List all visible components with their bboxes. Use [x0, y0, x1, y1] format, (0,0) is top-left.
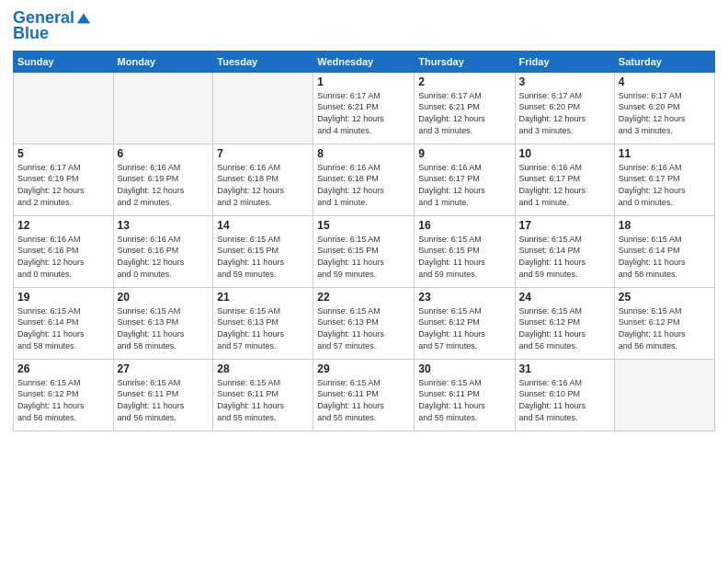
calendar-cell [113, 72, 213, 144]
calendar-cell: 8Sunrise: 6:16 AM Sunset: 6:18 PM Daylig… [313, 144, 415, 215]
calendar-cell: 12Sunrise: 6:16 AM Sunset: 6:16 PM Dayli… [14, 215, 114, 287]
page-container: General Blue SundayMondayTuesdayWednesda… [0, 0, 728, 441]
calendar-cell: 26Sunrise: 6:15 AM Sunset: 6:12 PM Dayli… [14, 359, 114, 431]
day-number: 17 [519, 219, 610, 232]
day-info: Sunrise: 6:15 AM Sunset: 6:13 PM Dayligh… [217, 305, 309, 351]
day-info: Sunrise: 6:16 AM Sunset: 6:17 PM Dayligh… [619, 162, 711, 208]
day-info: Sunrise: 6:16 AM Sunset: 6:19 PM Dayligh… [118, 162, 210, 208]
day-number: 3 [519, 75, 610, 88]
calendar-cell: 31Sunrise: 6:16 AM Sunset: 6:10 PM Dayli… [515, 359, 614, 431]
calendar-cell [213, 72, 313, 144]
calendar-cell: 17Sunrise: 6:15 AM Sunset: 6:14 PM Dayli… [515, 215, 614, 287]
weekday-header-thursday: Thursday [415, 51, 515, 72]
day-number: 8 [317, 147, 410, 160]
day-info: Sunrise: 6:16 AM Sunset: 6:10 PM Dayligh… [519, 377, 610, 423]
day-info: Sunrise: 6:15 AM Sunset: 6:15 PM Dayligh… [317, 234, 410, 280]
day-number: 10 [519, 147, 610, 160]
calendar-cell: 1Sunrise: 6:17 AM Sunset: 6:21 PM Daylig… [313, 72, 415, 144]
calendar-cell: 30Sunrise: 6:15 AM Sunset: 6:11 PM Dayli… [415, 359, 515, 431]
day-number: 5 [17, 147, 109, 160]
calendar-cell: 7Sunrise: 6:16 AM Sunset: 6:18 PM Daylig… [213, 144, 313, 215]
day-info: Sunrise: 6:16 AM Sunset: 6:18 PM Dayligh… [217, 162, 309, 208]
day-number: 23 [418, 291, 510, 304]
calendar-week-3: 12Sunrise: 6:16 AM Sunset: 6:16 PM Dayli… [14, 215, 715, 287]
logo: General Blue [13, 9, 92, 43]
day-number: 28 [217, 362, 309, 375]
day-info: Sunrise: 6:15 AM Sunset: 6:15 PM Dayligh… [217, 234, 309, 280]
day-info: Sunrise: 6:17 AM Sunset: 6:20 PM Dayligh… [519, 90, 610, 136]
day-number: 7 [217, 147, 309, 160]
calendar-cell: 27Sunrise: 6:15 AM Sunset: 6:11 PM Dayli… [113, 359, 213, 431]
calendar-cell: 15Sunrise: 6:15 AM Sunset: 6:15 PM Dayli… [313, 215, 415, 287]
day-info: Sunrise: 6:15 AM Sunset: 6:14 PM Dayligh… [619, 234, 711, 280]
day-info: Sunrise: 6:17 AM Sunset: 6:21 PM Dayligh… [317, 90, 410, 136]
day-info: Sunrise: 6:16 AM Sunset: 6:17 PM Dayligh… [418, 162, 510, 208]
day-number: 14 [217, 219, 309, 232]
calendar-cell: 14Sunrise: 6:15 AM Sunset: 6:15 PM Dayli… [213, 215, 313, 287]
calendar-cell: 16Sunrise: 6:15 AM Sunset: 6:15 PM Dayli… [415, 215, 515, 287]
calendar-week-1: 1Sunrise: 6:17 AM Sunset: 6:21 PM Daylig… [14, 72, 715, 144]
day-info: Sunrise: 6:16 AM Sunset: 6:17 PM Dayligh… [519, 162, 610, 208]
day-info: Sunrise: 6:15 AM Sunset: 6:12 PM Dayligh… [519, 305, 610, 351]
calendar-cell: 19Sunrise: 6:15 AM Sunset: 6:14 PM Dayli… [14, 287, 114, 359]
calendar-week-2: 5Sunrise: 6:17 AM Sunset: 6:19 PM Daylig… [14, 144, 715, 215]
calendar-cell: 28Sunrise: 6:15 AM Sunset: 6:11 PM Dayli… [213, 359, 313, 431]
weekday-header-friday: Friday [515, 51, 614, 72]
day-number: 9 [418, 147, 510, 160]
day-number: 25 [619, 291, 711, 304]
calendar-cell: 24Sunrise: 6:15 AM Sunset: 6:12 PM Dayli… [515, 287, 614, 359]
calendar-week-5: 26Sunrise: 6:15 AM Sunset: 6:12 PM Dayli… [14, 359, 715, 431]
calendar-cell: 3Sunrise: 6:17 AM Sunset: 6:20 PM Daylig… [515, 72, 614, 144]
day-number: 30 [418, 362, 510, 375]
calendar-cell: 29Sunrise: 6:15 AM Sunset: 6:11 PM Dayli… [313, 359, 415, 431]
day-number: 29 [317, 362, 410, 375]
calendar-cell: 6Sunrise: 6:16 AM Sunset: 6:19 PM Daylig… [113, 144, 213, 215]
calendar-cell: 18Sunrise: 6:15 AM Sunset: 6:14 PM Dayli… [614, 215, 714, 287]
day-number: 18 [619, 219, 711, 232]
calendar-cell: 13Sunrise: 6:16 AM Sunset: 6:16 PM Dayli… [113, 215, 213, 287]
day-info: Sunrise: 6:15 AM Sunset: 6:11 PM Dayligh… [217, 377, 309, 423]
day-info: Sunrise: 6:15 AM Sunset: 6:12 PM Dayligh… [418, 305, 510, 351]
day-info: Sunrise: 6:17 AM Sunset: 6:20 PM Dayligh… [619, 90, 711, 136]
calendar-cell: 5Sunrise: 6:17 AM Sunset: 6:19 PM Daylig… [14, 144, 114, 215]
day-info: Sunrise: 6:15 AM Sunset: 6:13 PM Dayligh… [118, 305, 210, 351]
day-info: Sunrise: 6:15 AM Sunset: 6:11 PM Dayligh… [418, 377, 510, 423]
day-number: 4 [619, 75, 711, 88]
day-number: 16 [418, 219, 510, 232]
calendar-cell: 25Sunrise: 6:15 AM Sunset: 6:12 PM Dayli… [614, 287, 714, 359]
calendar-cell: 11Sunrise: 6:16 AM Sunset: 6:17 PM Dayli… [614, 144, 714, 215]
day-number: 26 [17, 362, 109, 375]
calendar-cell [14, 72, 114, 144]
calendar-cell: 22Sunrise: 6:15 AM Sunset: 6:13 PM Dayli… [313, 287, 415, 359]
day-info: Sunrise: 6:15 AM Sunset: 6:12 PM Dayligh… [619, 305, 711, 351]
day-number: 2 [418, 75, 510, 88]
weekday-header-monday: Monday [113, 51, 213, 72]
calendar-week-4: 19Sunrise: 6:15 AM Sunset: 6:14 PM Dayli… [14, 287, 715, 359]
weekday-header-row: SundayMondayTuesdayWednesdayThursdayFrid… [14, 51, 715, 72]
day-info: Sunrise: 6:15 AM Sunset: 6:11 PM Dayligh… [317, 377, 410, 423]
weekday-header-sunday: Sunday [14, 51, 114, 72]
svg-marker-0 [77, 13, 90, 23]
day-info: Sunrise: 6:17 AM Sunset: 6:19 PM Dayligh… [17, 162, 109, 208]
day-number: 19 [17, 291, 109, 304]
calendar-cell: 9Sunrise: 6:16 AM Sunset: 6:17 PM Daylig… [415, 144, 515, 215]
day-number: 27 [118, 362, 210, 375]
calendar-cell: 23Sunrise: 6:15 AM Sunset: 6:12 PM Dayli… [415, 287, 515, 359]
day-info: Sunrise: 6:15 AM Sunset: 6:14 PM Dayligh… [519, 234, 610, 280]
calendar-cell: 21Sunrise: 6:15 AM Sunset: 6:13 PM Dayli… [213, 287, 313, 359]
calendar-table: SundayMondayTuesdayWednesdayThursdayFrid… [13, 51, 715, 431]
day-info: Sunrise: 6:15 AM Sunset: 6:15 PM Dayligh… [418, 234, 510, 280]
day-number: 11 [619, 147, 711, 160]
calendar-cell: 20Sunrise: 6:15 AM Sunset: 6:13 PM Dayli… [113, 287, 213, 359]
day-info: Sunrise: 6:15 AM Sunset: 6:14 PM Dayligh… [17, 305, 109, 351]
day-info: Sunrise: 6:16 AM Sunset: 6:18 PM Dayligh… [317, 162, 410, 208]
day-number: 6 [118, 147, 210, 160]
day-number: 20 [118, 291, 210, 304]
calendar-cell: 10Sunrise: 6:16 AM Sunset: 6:17 PM Dayli… [515, 144, 614, 215]
calendar-cell: 2Sunrise: 6:17 AM Sunset: 6:21 PM Daylig… [415, 72, 515, 144]
day-number: 15 [317, 219, 410, 232]
weekday-header-tuesday: Tuesday [213, 51, 313, 72]
weekday-header-saturday: Saturday [614, 51, 714, 72]
day-number: 12 [17, 219, 109, 232]
day-number: 21 [217, 291, 309, 304]
